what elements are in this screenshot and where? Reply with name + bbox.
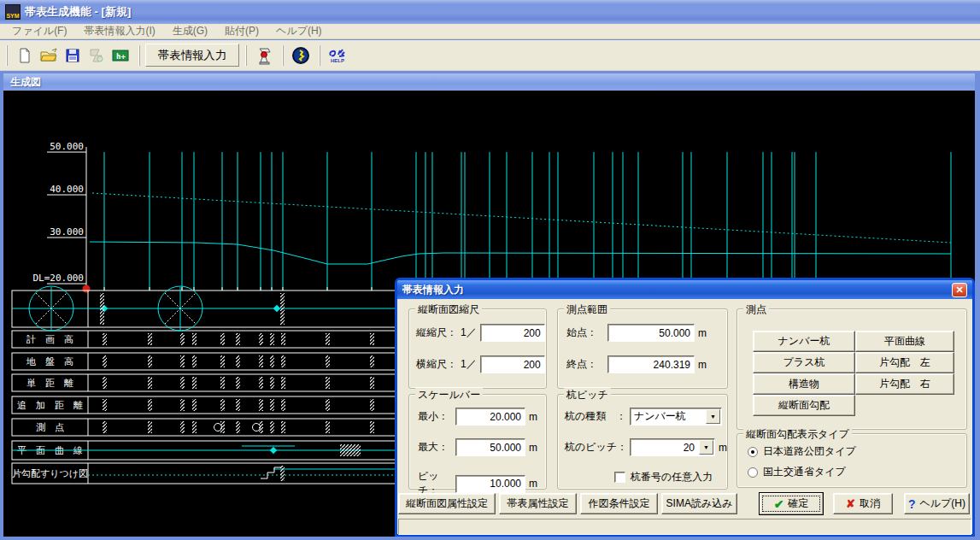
stake-number-checkbox[interactable] xyxy=(614,472,625,483)
hatch-mark xyxy=(103,421,107,433)
horizontal-scale-label: 横縮尺： xyxy=(416,357,457,372)
ground-profile-line xyxy=(90,242,951,264)
start-point-unit: m xyxy=(698,327,707,339)
stake-pitch-combobox[interactable]: 20 ▼ xyxy=(630,438,715,456)
stake-pitch-group: 杭ピッチ 杭の種類 ： ナンバー杭 ▼ 杭のピッチ： 20 ▼ m xyxy=(557,394,728,490)
station-range-group-title: 測点範囲 xyxy=(564,302,610,317)
help-button-toolbar[interactable]: HELP xyxy=(326,44,349,67)
jh-type-radio[interactable] xyxy=(748,447,758,457)
dialog-status-strip xyxy=(398,519,971,535)
new-document-icon xyxy=(17,48,32,63)
vertical-scale-input[interactable]: 200 xyxy=(480,324,545,342)
hatch-mark xyxy=(220,377,225,389)
chevron-down-icon[interactable]: ▼ xyxy=(706,409,720,424)
hatch-mark xyxy=(370,355,374,367)
hatch-mark xyxy=(148,421,152,433)
superelevation-right-button[interactable]: 片勾配 右 xyxy=(855,373,954,395)
stake-pitch-label: 杭のピッチ： xyxy=(565,440,630,455)
menu-file[interactable]: ファイル(F) xyxy=(3,24,75,38)
hatch-mark xyxy=(281,355,285,367)
scalebar-min-input[interactable]: 20.000 xyxy=(455,408,525,426)
hatch-mark xyxy=(281,333,285,345)
hatch-mark xyxy=(103,399,107,411)
start-point-input[interactable]: 50.000 xyxy=(607,324,695,342)
menu-bar: ファイル(F) 帯表情報入力(I) 生成(G) 貼付(P) ヘルプ(H) xyxy=(0,24,980,39)
end-point-input[interactable]: 240.319 xyxy=(607,355,695,373)
menu-band-info[interactable]: 帯表情報入力(I) xyxy=(75,24,163,38)
station-group-title: 測点 xyxy=(743,302,769,317)
axis-label: 30.000 xyxy=(50,226,84,238)
hatch-mark xyxy=(148,333,152,345)
section-attr-settings-button[interactable]: 縦断面図属性設定 xyxy=(398,493,496,514)
help-button[interactable]: ? ヘルプ(H) xyxy=(904,493,970,514)
hatch-mark xyxy=(148,355,152,367)
hatch-mark xyxy=(280,293,285,325)
hatch-mark xyxy=(192,355,197,367)
menu-help[interactable]: ヘルプ(H) xyxy=(267,24,331,38)
stake-kind-combobox[interactable]: ナンバー杭 ▼ xyxy=(630,408,722,426)
hatch-mark xyxy=(259,355,263,367)
horizontal-scale-input[interactable]: 200 xyxy=(480,355,545,373)
dialog-title: 帯表情報入力 xyxy=(402,283,952,297)
plot-condition-settings-button[interactable]: 作図条件設定 xyxy=(580,493,658,514)
hatch-mark xyxy=(259,399,263,411)
axis-label: 50.000 xyxy=(50,141,84,152)
mdi-window-titlebar: 生成図 xyxy=(3,73,975,91)
hatch-mark xyxy=(370,399,374,411)
line-marker-diamond xyxy=(273,305,280,312)
gradient-display-type-title: 縦断面勾配表示タイプ xyxy=(743,427,852,442)
mlit-type-radio[interactable] xyxy=(748,467,758,478)
band-attr-settings-button[interactable]: 帯表属性設定 xyxy=(499,493,577,514)
scalebar-max-input[interactable]: 50.000 xyxy=(455,438,525,456)
band-info-dialog: 帯表情報入力 ✕ 縦断面図縮尺 縦縮尺： 1／ 200 横縮尺： 1／ 200 xyxy=(395,278,975,537)
close-icon[interactable]: ✕ xyxy=(952,283,967,297)
plotter-button[interactable] xyxy=(253,44,275,67)
open-file-button[interactable] xyxy=(38,44,60,67)
plus-stake-button[interactable]: プラス杭 xyxy=(753,352,855,373)
band-row-label: 追 加 距 離 xyxy=(17,400,83,411)
band-row-label: 片勾配すりつけ図 xyxy=(12,468,88,479)
scalebar-max-label: 最大： xyxy=(418,440,455,455)
profile-gradient-button[interactable]: 縦断面勾配 xyxy=(753,395,855,416)
window-title: 帯表生成機能 - [新規] xyxy=(25,4,131,20)
number-stake-button[interactable]: ナンバー杭 xyxy=(753,331,855,352)
x-icon: ✘ xyxy=(846,497,855,510)
new-document-button[interactable] xyxy=(14,44,36,67)
open-folder-icon xyxy=(40,48,57,63)
hatch-mark xyxy=(326,355,330,367)
confirm-button[interactable]: ✔ 確定 xyxy=(759,492,824,515)
band-row-label: 計 画 高 xyxy=(26,334,73,345)
horizontal-scale-prefix: 1／ xyxy=(461,357,477,372)
save-button[interactable] xyxy=(62,44,84,67)
scalebar-pitch-input[interactable]: 10.000 xyxy=(455,475,525,493)
hatch-mark xyxy=(281,399,285,411)
application-window: SYM 帯表生成機能 - [新規] ファイル(F) 帯表情報入力(I) 生成(G… xyxy=(0,0,980,540)
hatch-mark xyxy=(103,355,107,367)
plotter-icon xyxy=(255,46,273,65)
band-info-toolbar-button[interactable]: 帯表情報入力 xyxy=(145,44,239,67)
hatch-mark xyxy=(220,421,225,433)
hatch-mark xyxy=(270,333,274,345)
hatch-mark xyxy=(370,333,374,345)
hatch-mark xyxy=(270,399,274,411)
menu-paste[interactable]: 貼付(P) xyxy=(216,24,267,38)
menu-generate[interactable]: 生成(G) xyxy=(164,24,216,38)
hatch-mark xyxy=(326,399,330,411)
cancel-button[interactable]: ✘ 取消 xyxy=(833,493,893,514)
title-bar: SYM 帯表生成機能 - [新規] xyxy=(0,0,980,24)
scalebar-group: スケールバー 最小： 20.000 m 最大： 50.000 m ピッチ： 10… xyxy=(408,394,547,490)
superelevation-hatch xyxy=(280,466,285,481)
question-icon: ? xyxy=(908,497,916,511)
band-row-label: 地 盤 高 xyxy=(26,356,73,367)
chevron-down-icon[interactable]: ▼ xyxy=(699,440,713,455)
band-add-button[interactable]: h+ xyxy=(109,44,132,67)
station-group: 測点 ナンバー杭 平面曲線 プラス杭 片勾配 左 構造物 片勾配 右 縦断面勾配 xyxy=(736,308,967,430)
dialog-titlebar[interactable]: 帯表情報入力 ✕ xyxy=(397,280,972,299)
superelevation-left-button[interactable]: 片勾配 左 xyxy=(855,352,954,373)
plane-curve-button[interactable]: 平面曲線 xyxy=(855,331,954,352)
globe-button[interactable] xyxy=(290,44,312,67)
hatch-mark xyxy=(180,399,185,411)
station-range-group: 測点範囲 始点： 50.000 m 終点： 240.319 m xyxy=(557,308,728,389)
structure-button[interactable]: 構造物 xyxy=(753,373,855,395)
sima-load-button[interactable]: SIMA読み込み xyxy=(661,493,737,514)
